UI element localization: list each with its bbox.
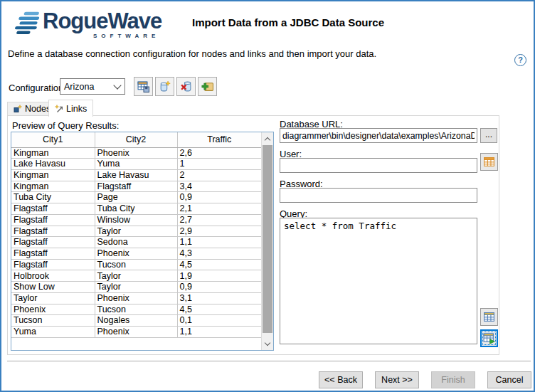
table-cell[interactable]: Taylor — [95, 282, 177, 293]
table-row[interactable]: FlagstaffTuba City2,1 — [11, 203, 261, 215]
table-cell[interactable]: Kingman — [11, 181, 95, 192]
table-cell[interactable]: Holbrook — [11, 270, 95, 282]
table-cell[interactable]: Yuma — [95, 159, 177, 170]
links-tab-panel: Preview of Query Results: City1 City2 Tr… — [7, 115, 499, 355]
table-cell[interactable]: 0,9 — [177, 282, 261, 293]
new-connection-button[interactable] — [155, 77, 174, 96]
table-run-icon — [483, 332, 495, 344]
cancel-button[interactable]: Cancel — [487, 371, 531, 388]
table-row[interactable]: FlagstaffSedona1,1 — [11, 237, 261, 248]
table-cell[interactable]: Kingman — [11, 147, 95, 159]
delete-connection-button[interactable] — [176, 77, 196, 96]
table-cell[interactable]: 2 — [177, 169, 261, 181]
table-scrollbar[interactable] — [261, 132, 273, 350]
table-row[interactable]: KingmanPhoenix2,6 — [11, 147, 261, 159]
table-cell[interactable]: 3,1 — [177, 292, 261, 304]
run-query-button[interactable] — [480, 329, 498, 347]
table-cell[interactable]: Taylor — [11, 292, 95, 304]
table-cell[interactable]: Phoenix — [95, 327, 177, 338]
table-cell[interactable]: Tucson — [11, 315, 95, 327]
table-row[interactable]: KingmanFlagstaff3,4 — [11, 181, 261, 192]
table-cell[interactable]: Tuba City — [95, 203, 177, 215]
table-cell[interactable]: 1,1 — [177, 237, 261, 248]
table-row[interactable]: TaylorPhoenix3,1 — [11, 292, 261, 304]
table-row[interactable]: TucsonNogales0,1 — [11, 315, 261, 327]
table-cell[interactable]: Taylor — [95, 270, 177, 282]
table-row[interactable]: FlagstaffTucson4,5 — [11, 259, 261, 270]
table-row[interactable]: Lake HavasuYuma1 — [11, 159, 261, 170]
table-cell[interactable]: Show Low — [11, 282, 95, 293]
table-cell[interactable]: Tucson — [95, 259, 177, 270]
table-cell[interactable]: Flagstaff — [11, 214, 95, 226]
table-cell[interactable]: Page — [95, 192, 177, 203]
table-cell[interactable]: Lake Havasu — [11, 159, 95, 170]
table-cell[interactable]: Kingman — [11, 169, 95, 181]
user-input[interactable] — [280, 158, 477, 173]
table-cell[interactable]: 2,7 — [177, 214, 261, 226]
table-cell[interactable]: 4,5 — [177, 304, 261, 315]
table-cell[interactable]: Flagstaff — [11, 237, 95, 248]
table-cell[interactable]: Flagstaff — [11, 203, 95, 215]
table-cell[interactable]: Phoenix — [95, 147, 177, 159]
table-cell[interactable]: 4,3 — [177, 248, 261, 259]
next-button[interactable]: Next >> — [375, 371, 419, 388]
table-row[interactable]: PhoenixTucson4,5 — [11, 304, 261, 315]
wave-logo-icon — [10, 10, 41, 40]
show-query-results-button[interactable] — [480, 308, 498, 326]
table-cell[interactable]: Yuma — [11, 327, 95, 338]
table-cell[interactable]: 2,6 — [177, 147, 261, 159]
table-cell[interactable]: Flagstaff — [95, 181, 177, 192]
table-cell[interactable]: 1,1 — [177, 327, 261, 338]
table-row[interactable]: FlagstaffWinslow2,7 — [11, 214, 261, 226]
table-cell[interactable]: Tucson — [95, 304, 177, 315]
table-cell[interactable]: Sedona — [95, 237, 177, 248]
database-url-input[interactable] — [280, 128, 477, 143]
table-save-icon — [137, 80, 149, 92]
table-header-row: City1 City2 Traffic — [11, 132, 261, 147]
table-cell[interactable]: Nogales — [95, 315, 177, 327]
table-cell[interactable]: 1,9 — [177, 270, 261, 282]
table-row[interactable]: Tuba CityPage0,9 — [11, 192, 261, 203]
scrollbar-thumb[interactable] — [263, 145, 272, 333]
table-cell[interactable]: 0,9 — [177, 192, 261, 203]
query-textarea[interactable]: select * from Traffic — [280, 218, 477, 344]
table-cell[interactable]: Winslow — [95, 214, 177, 226]
table-cell[interactable]: Flagstaff — [11, 226, 95, 237]
table-cell[interactable]: 2,1 — [177, 203, 261, 215]
table-cell[interactable]: 1 — [177, 159, 261, 170]
browse-tables-button[interactable] — [480, 153, 498, 171]
scroll-up-icon[interactable] — [262, 132, 273, 144]
table-row[interactable]: Show LowTaylor0,9 — [11, 282, 261, 293]
table-row[interactable]: YumaPhoenix1,1 — [11, 327, 261, 338]
back-button[interactable]: << Back — [319, 371, 363, 388]
table-row[interactable]: HolbrookTaylor1,9 — [11, 270, 261, 282]
table-cell[interactable]: Phoenix — [11, 304, 95, 315]
tab-links[interactable]: Links — [48, 100, 93, 117]
table-cell[interactable]: 3,4 — [177, 181, 261, 192]
scroll-down-icon[interactable] — [262, 338, 273, 350]
column-header-traffic[interactable]: Traffic — [177, 132, 261, 147]
add-configuration-button[interactable] — [198, 77, 217, 96]
table-cell[interactable]: 2,9 — [177, 226, 261, 237]
table-cell[interactable]: 4,5 — [177, 259, 261, 270]
configuration-select[interactable]: Arizona — [60, 78, 125, 95]
table-cell[interactable]: Tuba City — [11, 192, 95, 203]
table-cell[interactable]: Taylor — [95, 226, 177, 237]
table-row[interactable]: FlagstaffPhoenix4,3 — [11, 248, 261, 259]
table-cell[interactable]: Phoenix — [95, 292, 177, 304]
password-input[interactable] — [280, 188, 477, 203]
help-icon[interactable]: ? — [514, 54, 526, 66]
save-table-configuration-button[interactable] — [134, 77, 153, 96]
table-cell[interactable]: Phoenix — [95, 248, 177, 259]
table-cell[interactable]: 0,1 — [177, 315, 261, 327]
browse-button[interactable]: ... — [480, 128, 497, 143]
table-row[interactable]: FlagstaffTaylor2,9 — [11, 226, 261, 237]
chevron-down-icon — [113, 81, 121, 89]
column-header-city1[interactable]: City1 — [11, 132, 95, 147]
table-row[interactable]: KingmanLake Havasu2 — [11, 169, 261, 181]
wizard-description: Define a database connection configurati… — [8, 48, 376, 59]
table-cell[interactable]: Flagstaff — [11, 248, 95, 259]
column-header-city2[interactable]: City2 — [95, 132, 177, 147]
table-cell[interactable]: Lake Havasu — [95, 169, 177, 181]
table-cell[interactable]: Flagstaff — [11, 259, 95, 270]
